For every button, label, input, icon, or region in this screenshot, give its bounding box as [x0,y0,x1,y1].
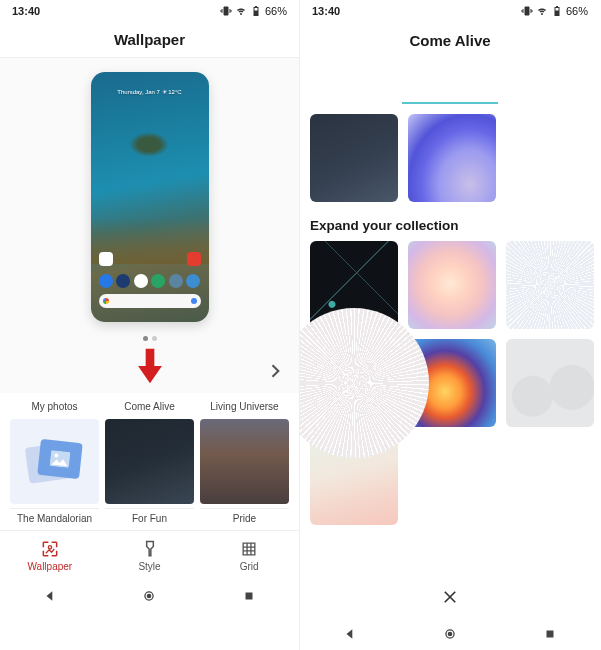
svg-rect-10 [547,631,554,638]
assistant-icon [191,298,197,304]
annotation-arrow [137,346,163,390]
tab-grid[interactable]: Grid [199,531,299,580]
phone-dock [99,274,201,288]
nav-back[interactable] [342,626,358,642]
collections-row-2[interactable]: The Mandalorian For Fun Pride [0,508,299,526]
tab-wallpaper[interactable]: Wallpaper [0,531,100,580]
svg-rect-7 [555,8,558,11]
right-screenshot: 13:40 66% Come Alive Expand your collect… [300,0,600,650]
grid-icon [239,539,259,559]
svg-rect-0 [254,8,257,11]
bottom-tabs: Wallpaper Style Grid [0,530,299,580]
vibrate-icon [220,5,232,17]
square-recents-icon [544,628,556,640]
left-screenshot: 13:40 66% Wallpaper Thursday, Jan 7 ☀ 12… [0,0,300,650]
chevron-right-icon [265,361,285,381]
section-heading: Expand your collection [300,212,600,241]
system-nav [0,580,299,612]
dot-2 [152,336,157,341]
close-icon [441,588,459,606]
google-icon [103,298,109,304]
triangle-back-icon [43,589,57,603]
phone-search-bar [99,294,201,308]
phone-app-row1 [99,252,201,266]
collection-my-photos[interactable]: My photos [10,401,99,504]
style-icon [140,539,160,559]
wallpaper-thumb[interactable] [310,339,398,427]
triangle-back-icon [343,627,357,641]
page-title: Come Alive [300,22,600,58]
app-icon [169,274,183,288]
nav-recents[interactable] [542,626,558,642]
nav-home[interactable] [141,588,157,604]
svg-point-5 [147,593,152,598]
battery-percent: 66% [566,5,588,17]
vibrate-icon [521,5,533,17]
wallpaper-thumb[interactable] [506,339,594,427]
phone-date: Thursday, Jan 7 ☀ 12°C [91,88,209,95]
status-time: 13:40 [312,5,340,17]
selected-tab-indicator [402,102,498,104]
phone-preview[interactable]: Thursday, Jan 7 ☀ 12°C [91,72,209,322]
app-icon [187,252,201,266]
collection-mandalorian[interactable]: The Mandalorian [10,508,99,522]
app-icon [151,274,165,288]
phone-icon [99,274,113,288]
thumbnail-comealive [105,419,194,504]
dot-1 [143,336,148,341]
svg-rect-6 [246,592,253,599]
svg-point-3 [48,545,51,548]
status-icons: 66% [220,5,287,17]
camera-icon [186,274,200,288]
circle-home-icon [142,589,156,603]
wallpaper-thumb[interactable] [408,241,496,329]
wallpaper-thumb[interactable] [408,114,496,202]
thumbnail-living [200,419,289,504]
battery-icon [250,5,262,17]
messages-icon [116,274,130,288]
battery-icon [551,5,563,17]
status-bar: 13:40 66% [0,0,299,22]
collection-come-alive[interactable]: Come Alive [105,401,194,504]
status-icons: 66% [521,5,588,17]
collection-pride[interactable]: Pride [200,508,289,522]
svg-point-9 [448,632,453,637]
system-nav [300,618,600,650]
arrow-down-icon [137,346,163,386]
expand-grid [300,241,600,535]
wallpaper-thumb[interactable] [310,114,398,202]
status-bar: 13:40 66% [300,0,600,22]
thumbnail-myphotos [10,419,99,504]
wallpaper-thumb[interactable] [506,241,594,329]
turtle-graphic [129,132,169,157]
nav-back[interactable] [42,588,58,604]
wallpaper-icon [40,539,60,559]
wifi-icon [536,5,548,17]
next-preview-button[interactable] [263,359,287,383]
tab-style[interactable]: Style [100,531,200,580]
wifi-icon [235,5,247,17]
square-recents-icon [243,590,255,602]
page-title: Wallpaper [0,22,299,58]
nav-home[interactable] [442,626,458,642]
picture-icon [49,450,71,468]
page-indicator [143,336,157,341]
wallpaper-grid [300,114,600,212]
close-button[interactable] [300,576,600,618]
battery-percent: 66% [265,5,287,17]
gmail-icon [99,252,113,266]
wallpaper-preview-area: Thursday, Jan 7 ☀ 12°C [0,58,299,393]
collection-forfun[interactable]: For Fun [105,508,194,522]
collections-row-1[interactable]: My photos Come Alive Living Universe [0,401,299,504]
collection-living-universe[interactable]: Living Universe [200,401,289,504]
status-time: 13:40 [12,5,40,17]
play-icon [134,274,148,288]
circle-home-icon [443,627,457,641]
nav-recents[interactable] [241,588,257,604]
